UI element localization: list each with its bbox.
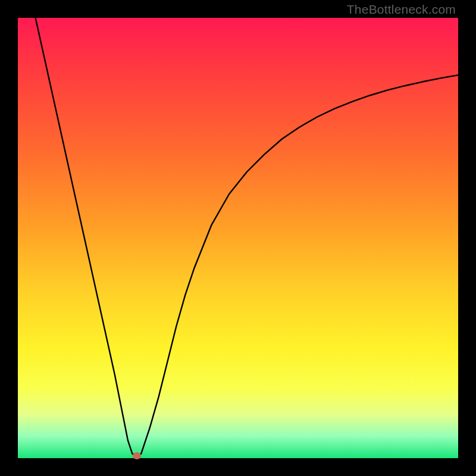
bottleneck-curve: [18, 18, 458, 458]
watermark-label: TheBottleneck.com: [347, 2, 456, 17]
chart-frame: TheBottleneck.com: [0, 0, 476, 476]
minimum-marker: [133, 452, 141, 459]
plot-area: [18, 18, 458, 458]
